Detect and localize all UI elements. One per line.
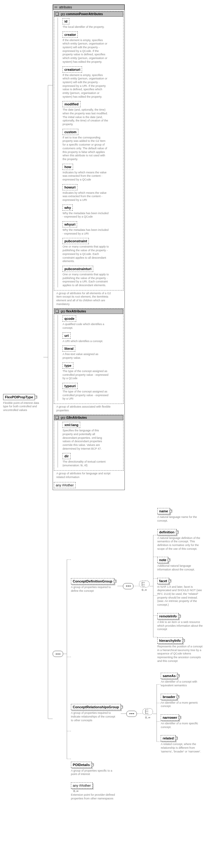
choice-icon bbox=[142, 708, 153, 715]
element-desc: A related concept, where the relationshi… bbox=[161, 743, 207, 753]
attr-desc: Specifies the language of this property … bbox=[62, 429, 109, 451]
attr-item: literal A free-text value assigned as pr… bbox=[62, 345, 122, 360]
attr-box: creatoruri bbox=[62, 66, 82, 73]
element-box: related bbox=[161, 735, 176, 741]
attr-box: type bbox=[62, 363, 73, 369]
poi-details: POIDetails bbox=[71, 762, 92, 768]
grp-icon bbox=[56, 416, 59, 419]
sequence-icon bbox=[123, 583, 133, 589]
grp-header: grp commonPowerAttributes bbox=[54, 11, 123, 17]
attr-item: whyuri Why the metadata has been include… bbox=[62, 221, 122, 236]
attr-desc: Indicates by which means the value was e… bbox=[62, 191, 109, 202]
attr-box: id bbox=[62, 18, 69, 24]
attr-item: modified The date (and, optionally, the … bbox=[62, 100, 122, 126]
attr-desc: If set to true the corresponding propert… bbox=[62, 136, 109, 161]
attr-item: creator If the element is empty, specifi… bbox=[62, 31, 122, 64]
element-box: hierarchyInfo bbox=[157, 638, 183, 644]
element-box: sameAs bbox=[161, 673, 177, 679]
element-box: remoteInfo bbox=[157, 613, 179, 619]
attr-item: id The local identifier of the property. bbox=[62, 18, 122, 29]
attr-box: how bbox=[62, 164, 73, 170]
attr-desc: The date (and, optionally, the time) whe… bbox=[62, 108, 109, 126]
attr-desc: A URI which identifies a concept. bbox=[62, 340, 109, 343]
attr-item: qcode A qualified code which identifies … bbox=[62, 315, 122, 330]
attr-box: uri bbox=[62, 333, 71, 339]
attr-item: xml:lang Specifies the language of this … bbox=[62, 421, 122, 451]
attr-box: pubconstrainturi bbox=[62, 266, 93, 272]
element-item: definition A natural language definition… bbox=[157, 528, 204, 553]
element-desc: Additional natural language information … bbox=[157, 564, 204, 571]
element-item: sameAs An identifier of a concept with e… bbox=[161, 672, 207, 689]
attr-desc: A qualified code which identifies a conc… bbox=[62, 322, 109, 330]
attr-item: why Why the metadata has been included -… bbox=[62, 204, 122, 219]
attr-box: pubconstraint bbox=[62, 238, 89, 244]
attr-desc: If the element is empty, specifies which… bbox=[62, 73, 109, 99]
attr-box: literal bbox=[62, 345, 75, 352]
any-other-desc: Extension point for provider-defined pro… bbox=[71, 793, 117, 800]
element-box: narrower bbox=[161, 714, 179, 721]
element-desc: An identifier of a more specific concept… bbox=[161, 722, 207, 729]
attributes-header: attributes bbox=[53, 5, 125, 10]
concept-relationships-group: ConceptRelationshipsGroup bbox=[71, 704, 121, 710]
element-item: hierarchyInfo Represents the position of… bbox=[157, 637, 204, 665]
attr-box: why bbox=[62, 205, 73, 211]
grp-i18n: grp i18nAttributes xml:lang Specifies th… bbox=[54, 415, 124, 471]
attr-box: custom bbox=[62, 129, 78, 135]
attr-item: dir The directionality of textual conten… bbox=[62, 453, 122, 467]
poi-desc: A group of properties specific to a poin… bbox=[71, 769, 117, 776]
attr-box: qcode bbox=[62, 315, 76, 322]
element-box: broader bbox=[161, 694, 177, 700]
element-desc: A natural language name for the concept. bbox=[157, 516, 204, 523]
sequence-icon bbox=[53, 651, 63, 657]
element-desc: A link to an item or a web resource whic… bbox=[157, 620, 204, 631]
attributes-container: attributes grp commonPowerAttributes id … bbox=[53, 4, 125, 490]
attr-desc: The local identifier of the property. bbox=[62, 25, 109, 29]
flex-caption: A group of attributes associated with fl… bbox=[56, 405, 112, 412]
attr-box: howuri bbox=[62, 184, 77, 190]
attr-box: whyuri bbox=[62, 221, 77, 227]
attrs-icon bbox=[54, 6, 57, 8]
element-item: narrower An identifier of a more specifi… bbox=[161, 714, 207, 731]
element-box: definition bbox=[157, 529, 177, 535]
attr-box: modified bbox=[62, 101, 80, 107]
attr-box: dir bbox=[62, 453, 71, 459]
element-desc: An identifier of a concept with equivale… bbox=[161, 680, 207, 687]
attr-item: pubconstraint One or many constraints th… bbox=[62, 237, 122, 263]
attr-item: how Indicates by which means the value w… bbox=[62, 163, 122, 182]
element-desc: A natural language definition of the sem… bbox=[157, 536, 204, 551]
crg-desc: A group of properties required to indica… bbox=[71, 711, 117, 722]
element-item: note Additional natural language informa… bbox=[157, 556, 204, 573]
element-desc: In NAR 1.8 and later, facet is deprecate… bbox=[157, 585, 204, 607]
any-other-attr: any ##other bbox=[54, 482, 76, 488]
attr-item: howuri Indicates by which means the valu… bbox=[62, 184, 122, 202]
element-item: name A natural language name for the con… bbox=[157, 507, 204, 524]
attr-item: type The type of the concept assigned as… bbox=[62, 362, 122, 380]
grp-icon bbox=[56, 13, 59, 16]
element-item: remoteInfo A link to an item or a web re… bbox=[157, 613, 204, 633]
attr-item: typeuri The type of the concept assigned… bbox=[62, 382, 122, 401]
root-desc: Flexible point-of-interest data type for… bbox=[3, 401, 43, 412]
attr-desc: The directionality of textual content (e… bbox=[62, 460, 109, 467]
root-type: FlexPOIPropType Flexible point-of-intere… bbox=[3, 393, 43, 414]
attr-item: uri A URI which identifies a concept. bbox=[62, 332, 122, 343]
attr-item: custom If set to true the corresponding … bbox=[62, 128, 122, 161]
element-box: facet bbox=[157, 578, 169, 584]
body-sequence: ConceptDefinitionGroup A group of proper… bbox=[53, 504, 207, 804]
element-item: related A related concept, where the rel… bbox=[161, 735, 207, 755]
element-desc: Represents the position of a concept in … bbox=[157, 645, 204, 663]
attr-box: typeuri bbox=[62, 383, 78, 389]
attr-desc: Why the metadata has been included - exp… bbox=[62, 212, 109, 219]
attr-box: xml:lang bbox=[62, 422, 80, 428]
element-box: name bbox=[157, 508, 170, 514]
choice-icon bbox=[139, 581, 150, 587]
attr-item: pubconstrainturi One or many constraints… bbox=[62, 265, 122, 287]
grp-icon bbox=[56, 310, 59, 313]
attr-desc: Indicates by which means the value was e… bbox=[62, 171, 109, 182]
grp-commonpower: grp commonPowerAttributes id The local i… bbox=[54, 11, 124, 290]
attr-desc: A free-text value assigned as property v… bbox=[62, 352, 109, 360]
root-label: FlexPOIPropType bbox=[5, 395, 33, 399]
attr-desc: Why the metadata has been included - exp… bbox=[62, 228, 109, 236]
element-item: facet In NAR 1.8 and later, facet is dep… bbox=[157, 577, 204, 609]
grp-flex: grp flexAttributes qcode A qualified cod… bbox=[54, 308, 124, 404]
attr-desc: If the element is empty, specifies which… bbox=[62, 39, 109, 64]
